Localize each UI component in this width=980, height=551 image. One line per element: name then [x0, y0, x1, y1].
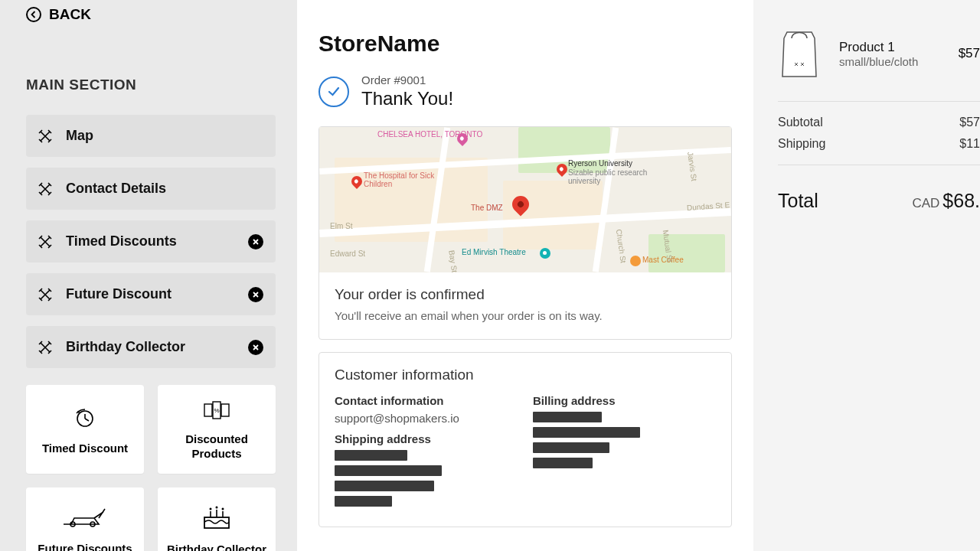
- thank-you: Thank You!: [361, 88, 453, 109]
- timed-discount-icon: [74, 406, 96, 434]
- map-image: CHELSEA HOTEL, TORONTO The Hospital for …: [319, 127, 731, 272]
- drag-icon: [38, 235, 52, 249]
- redacted-line: [533, 458, 593, 468]
- item-label: Future Discount: [66, 286, 263, 302]
- tile-label: Birthday Collector: [167, 543, 266, 551]
- divider: [778, 101, 980, 102]
- back-button[interactable]: BACK: [26, 6, 276, 23]
- drag-icon: [38, 288, 52, 302]
- tile-future-discounts[interactable]: Future Discounts: [26, 487, 144, 552]
- store-name: StoreName: [318, 31, 732, 57]
- item-label: Timed Discounts: [66, 233, 263, 249]
- svg-point-11: [210, 507, 212, 510]
- contact-email: support@shopmakers.io: [335, 412, 518, 425]
- tile-label: Discounted Products: [165, 432, 268, 461]
- redacted-line: [335, 450, 407, 461]
- map-label-bay: Bay St: [447, 249, 459, 272]
- birthday-collector-icon: [201, 505, 232, 535]
- map-label-church: Church St: [615, 229, 628, 264]
- back-arrow-icon: [26, 7, 41, 22]
- product-variant: small/blue/cloth: [839, 55, 918, 68]
- section-title: MAIN SECTION: [26, 77, 276, 93]
- drag-icon: [38, 129, 52, 143]
- drag-icon: [38, 341, 52, 354]
- total-label: Total: [778, 190, 818, 212]
- section-item-contact-details[interactable]: Contact Details: [26, 168, 276, 210]
- discounted-products-icon: %: [204, 400, 230, 425]
- svg-point-12: [216, 506, 218, 508]
- order-header: Order #9001 Thank You!: [318, 73, 732, 109]
- map-label-edward: Edward St: [330, 249, 365, 258]
- map-panel: CHELSEA HOTEL, TORONTO The Hospital for …: [318, 126, 732, 340]
- subtotal-label: Subtotal: [778, 116, 823, 129]
- map-label-theatre: Ed Mirvish Theatre: [462, 248, 526, 256]
- contact-info-label: Contact information: [335, 394, 518, 407]
- sidebar: BACK MAIN SECTION MapContact DetailsTime…: [0, 0, 297, 551]
- tile-label: Future Discounts: [38, 542, 132, 551]
- section-item-timed-discounts[interactable]: Timed Discounts: [26, 220, 276, 262]
- map-label-ryerson: Ryerson University: [568, 159, 632, 168]
- map-pin-theatre: [540, 248, 550, 259]
- item-label: Map: [66, 128, 263, 144]
- shipping-value: $11: [959, 137, 980, 151]
- remove-icon[interactable]: [248, 340, 263, 355]
- check-icon: [318, 77, 349, 107]
- remove-icon[interactable]: [248, 234, 263, 249]
- subtotal-line: Subtotal $57: [778, 116, 980, 129]
- map-label-elm: Elm St: [330, 222, 352, 230]
- order-summary: Product 1 small/blue/cloth $57 Subtotal …: [753, 0, 980, 551]
- drag-icon: [38, 182, 52, 196]
- back-label: BACK: [49, 6, 91, 23]
- section-item-birthday-collector[interactable]: Birthday Collector: [26, 326, 276, 368]
- svg-rect-3: [221, 404, 229, 416]
- order-number: Order #9001: [361, 73, 453, 86]
- billing-address-label: Billing address: [533, 394, 716, 407]
- tile-timed-discount[interactable]: Timed Discount: [26, 385, 144, 474]
- tile-label: Timed Discount: [42, 442, 128, 456]
- item-label: Birthday Collector: [66, 339, 263, 355]
- divider: [778, 165, 980, 165]
- section-item-map[interactable]: Map: [26, 115, 276, 157]
- redacted-line: [335, 496, 392, 507]
- future-discounts-icon: [60, 506, 109, 534]
- bag-icon: [778, 26, 821, 81]
- map-label-ryerson-sub: Sizable public research university: [568, 168, 652, 185]
- svg-point-13: [222, 507, 224, 510]
- tile-discounted-products[interactable]: %Discounted Products: [158, 385, 276, 474]
- confirmed-title: Your order is confirmed: [335, 286, 716, 303]
- redacted-line: [533, 427, 640, 438]
- map-label-dmz: The DMZ: [471, 204, 503, 212]
- svg-text:%: %: [214, 407, 219, 414]
- remove-icon[interactable]: [248, 287, 263, 302]
- product-name: Product 1: [839, 40, 918, 55]
- total-row: Total CAD$68.: [778, 190, 980, 212]
- map-pin-coffee: [630, 256, 641, 266]
- subtotal-value: $57: [959, 116, 980, 129]
- customer-info-title: Customer information: [319, 353, 731, 388]
- shipping-label: Shipping: [778, 137, 825, 151]
- map-label-jarvis: Jarvis St: [686, 152, 698, 182]
- confirmed-sub: You'll receive an email when your order …: [335, 309, 716, 322]
- map-label-hospital: The Hospital for Sick Children: [364, 171, 440, 188]
- redacted-line: [533, 412, 602, 422]
- product-row: Product 1 small/blue/cloth $57: [778, 26, 980, 81]
- redacted-line: [533, 442, 609, 453]
- redacted-line: [335, 465, 442, 476]
- item-label: Contact Details: [66, 181, 263, 197]
- shipping-address-label: Shipping address: [335, 432, 518, 445]
- total-value: CAD$68.: [912, 190, 980, 212]
- tile-birthday-collector[interactable]: Birthday Collector: [158, 487, 276, 552]
- map-label-coffee: Mast Coffee: [642, 256, 684, 264]
- redacted-line: [335, 481, 434, 491]
- section-item-future-discount[interactable]: Future Discount: [26, 273, 276, 315]
- preview-pane: StoreName Order #9001 Thank You! CHELSEA…: [297, 0, 753, 551]
- svg-rect-1: [204, 404, 212, 416]
- shipping-line: Shipping $11: [778, 137, 980, 151]
- product-price: $57: [959, 46, 980, 61]
- customer-info-panel: Customer information Contact information…: [318, 352, 732, 527]
